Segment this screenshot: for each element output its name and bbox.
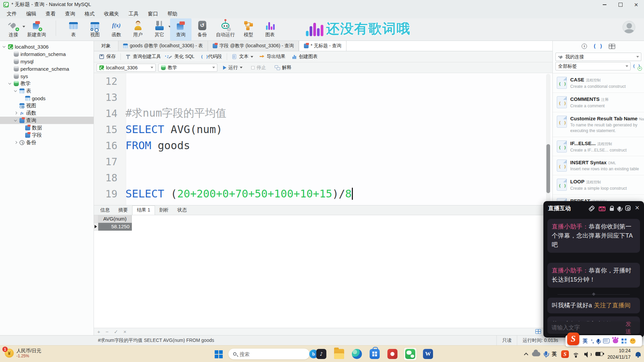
menu-query[interactable]: 查询 [60,10,80,18]
taskbar-app-edge[interactable] [351,348,363,360]
snippet-insert-syntax[interactable]: ( )INSERT SyntaxDMLInsert new rows into … [553,156,644,175]
tree-item-queries[interactable]: 查询 [0,117,94,124]
sogou-emoji-icon[interactable] [630,338,636,344]
sogou-punctuation-mode[interactable]: ’, [591,338,594,344]
taskbar-app-explorer[interactable] [333,348,345,360]
scrollbar-thumb[interactable] [546,144,550,193]
result-tab-status[interactable]: 状态 [173,206,191,215]
tree-item-query-data[interactable]: 数据 [0,124,94,131]
taskbar-app-word[interactable] [422,348,434,360]
menu-window[interactable]: 窗口 [143,10,163,18]
query-builder-button[interactable]: 查询创建工具 [122,52,164,61]
sql-editor[interactable]: 121314#求num字段的平均值15SELECT AVG(num)16FROM… [94,73,552,205]
settings-icon[interactable] [625,205,631,211]
snippet-case[interactable]: ( )CASE流程控制Create a conditional construc… [553,73,644,93]
tab-goods-table[interactable]: goods @教学 (localhost_3306) - 表 [118,41,208,51]
tree-item-jiaoxue-db[interactable]: 教学 [0,80,94,87]
editor-line[interactable]: 16FROM goods [94,137,552,154]
explain-button[interactable]: 解释 [272,63,294,72]
tool-backup[interactable]: ↺备份 [192,18,213,41]
menu-tools[interactable]: 工具 [124,10,143,18]
tree-item-tables[interactable]: 表 [0,87,94,95]
menu-favorites[interactable]: 收藏夹 [99,10,124,18]
sogou-toolbox-icon[interactable] [622,339,627,344]
tree-item-backup[interactable]: 备份 [0,139,94,146]
close-button[interactable] [628,0,644,9]
grid-tab-icon[interactable] [609,44,615,49]
tool-view[interactable]: 视图 [84,18,106,41]
wifi-icon[interactable] [573,352,580,357]
sogou-voice-icon[interactable] [597,339,600,342]
tree-item-sys[interactable]: sys [0,72,94,80]
taskbar-clock[interactable]: 10:24 2024/11/17 [607,348,631,360]
chat-input[interactable] [551,324,626,331]
taskbar-search[interactable] [228,348,310,360]
editor-line[interactable]: 14#求num字段的平均值 [94,105,552,121]
sogou-tray-icon[interactable] [561,350,569,358]
code-snippet-button[interactable]: ( )代码段 [198,52,225,61]
tab-objects[interactable]: 对象 [94,41,118,51]
sogou-logo-icon[interactable] [567,333,579,345]
cat-on-icon[interactable] [599,206,605,211]
microphone-icon[interactable] [545,351,547,355]
lock-icon[interactable] [610,208,614,211]
editor-line[interactable]: 19SELECT (20+200+0+70+50+100+10+15)/8 [94,186,552,202]
tool-function[interactable]: f(x)函数 [106,18,127,41]
tool-table[interactable]: 表 [63,18,84,41]
editor-scrollbar[interactable] [546,74,550,204]
tree-item-information-schema[interactable]: information_schema [0,50,94,58]
tray-expand-icon[interactable] [524,353,528,357]
tree-item-views[interactable]: 视图 [0,102,94,109]
result-tab-info[interactable]: 信息 [96,206,114,215]
tool-user[interactable]: 用户 [127,18,149,41]
editor-line[interactable]: 18 [94,170,552,186]
table-row[interactable]: 58.1250 [94,223,552,231]
result-tab-summary[interactable]: 摘要 [114,206,132,215]
expand-arrow-icon[interactable] [13,118,18,123]
snippets-tab-icon[interactable] [593,43,603,49]
info-tab-icon[interactable] [582,44,587,49]
maximize-button[interactable] [612,0,628,9]
battery-icon[interactable] [595,352,603,356]
tool-query[interactable]: 查询 [170,18,192,41]
menu-view[interactable]: 查看 [41,10,60,18]
database-select[interactable]: 教学 [158,64,217,72]
send-button[interactable]: 发送 [626,320,636,336]
tool-new-query[interactable]: +新建查询 [24,18,49,41]
cloud-icon[interactable] [532,352,540,356]
taskbar-app-wechat[interactable] [404,348,417,360]
tool-automation[interactable]: 自动运行 [213,18,238,41]
result-tab-result-1[interactable]: 结果 1 [132,205,155,215]
taskbar-app-red[interactable] [386,348,399,360]
discard-changes-icon[interactable]: × [123,329,126,335]
new-snippet-button[interactable] [633,63,641,70]
stop-button[interactable]: 停止 [248,63,269,72]
editor-line[interactable]: 17 [94,154,552,170]
menu-format[interactable]: 格式 [80,10,99,18]
tree-item-mysql[interactable]: mysql [0,58,94,65]
column-header[interactable]: AVG(num) [98,215,132,223]
menu-edit[interactable]: 编辑 [21,10,41,18]
add-record-icon[interactable]: + [97,329,100,335]
volume-icon[interactable] [584,352,591,357]
taskbar-app-store[interactable] [368,348,381,360]
chat-divider[interactable] [557,294,630,295]
snippet-tag-filter[interactable]: 全部标签 [555,62,631,70]
connection-select[interactable]: localhost_3306 [97,64,156,72]
menu-help[interactable]: 帮助 [163,10,182,18]
expand-arrow-icon[interactable] [13,89,18,93]
save-button[interactable]: 保存 [96,52,119,61]
link-icon[interactable] [589,205,594,211]
snippet-comments[interactable]: ( )COMMENTS注释Create a comment [553,93,644,112]
create-chart-button[interactable]: 创建图表 [288,52,321,61]
grid-view-toggle-icon[interactable] [535,329,541,334]
run-button[interactable]: 运行 [220,63,246,72]
expand-arrow-icon[interactable] [8,81,12,86]
currency-widget[interactable]: 1 人民币/日元 -1.25% [5,348,41,358]
text-button[interactable]: 文本 [229,52,256,61]
cell-value[interactable]: 58.1250 [98,223,132,231]
notifications-bell-icon[interactable] [636,352,641,356]
snippet-customize-result-tab-name[interactable]: ( )Customize Result Tab NameNavicaTo nam… [553,112,644,137]
tool-other[interactable]: 其它 [149,18,170,41]
chat-close-icon[interactable] [635,205,639,210]
